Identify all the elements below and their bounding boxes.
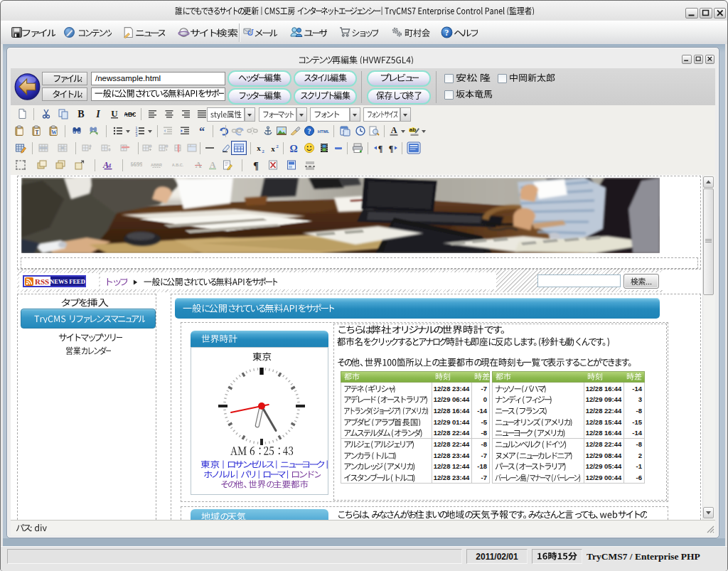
svg-text:¶: ¶	[378, 144, 382, 154]
svg-text:¶: ¶	[253, 161, 259, 171]
svg-text:3: 3	[136, 133, 138, 137]
svg-text:U: U	[111, 108, 118, 119]
svg-text:4: 4	[107, 162, 112, 169]
svg-text:A: A	[210, 160, 216, 170]
svg-text:Ω: Ω	[289, 144, 297, 154]
svg-text:2: 2	[262, 149, 264, 154]
svg-text:ABBR: ABBR	[151, 163, 162, 167]
svg-text:?: ?	[308, 127, 311, 135]
svg-text:x: x	[271, 144, 275, 153]
svg-text:B: B	[77, 109, 84, 119]
svg-text:“: “	[199, 125, 205, 137]
svg-text:6699: 6699	[131, 161, 142, 168]
svg-text:HTML: HTML	[318, 129, 329, 134]
svg-text:2: 2	[276, 144, 279, 149]
svg-text:¶: ¶	[389, 144, 393, 154]
svg-text:x: x	[257, 144, 261, 152]
svg-text:A: A	[391, 125, 397, 135]
svg-text:W: W	[51, 129, 57, 136]
svg-text:I: I	[95, 109, 100, 119]
svg-text:ab: ab	[410, 127, 416, 133]
svg-text:A.B.C.: A.B.C.	[172, 163, 183, 167]
svg-text:?: ?	[444, 28, 449, 38]
svg-text:T: T	[35, 129, 38, 136]
